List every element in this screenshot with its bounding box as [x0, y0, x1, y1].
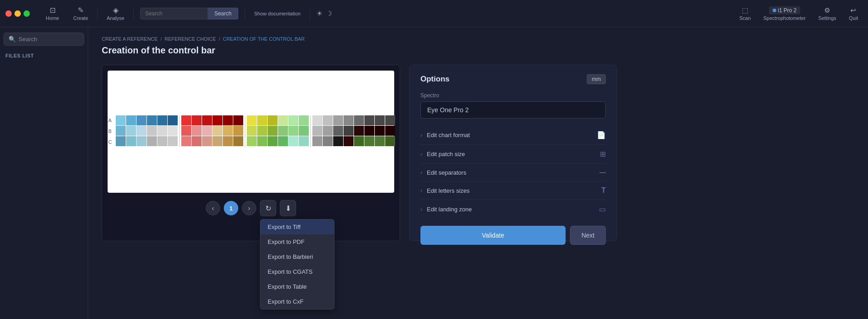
color-cell [278, 126, 288, 136]
color-cell [323, 136, 333, 146]
row-label-b: B [108, 126, 112, 136]
breadcrumb-control-bar[interactable]: CREATION OF THE CONTROL BAR [223, 36, 305, 42]
color-cell [312, 136, 322, 146]
color-cell [233, 136, 243, 146]
color-cell [344, 126, 354, 136]
color-cell [312, 115, 322, 125]
color-cell [202, 136, 212, 146]
nav-home-label: Home [46, 15, 59, 21]
minimize-button[interactable] [14, 10, 21, 17]
prev-icon: ‹ [212, 205, 214, 212]
page-number: 1 [229, 205, 232, 212]
color-cell [192, 126, 202, 136]
main-layout: 🔍 Search FILES LIST CREATE A REFERENCE /… [0, 27, 868, 319]
nav-separator-4 [310, 7, 310, 20]
screen-mode-icon-2[interactable]: ☽ [326, 10, 332, 18]
color-separator-2 [245, 115, 245, 147]
prev-page-button[interactable]: ‹ [206, 201, 220, 215]
search-input[interactable] [140, 8, 208, 19]
quit-label: Quit [849, 15, 858, 21]
page-number-button[interactable]: 1 [224, 201, 238, 215]
nav-item-create[interactable]: ✎ Create [67, 3, 94, 24]
breadcrumb-create-reference[interactable]: CREATE A REFERENCE [102, 36, 158, 42]
spectro-field-label: Spectro [420, 92, 606, 99]
color-cell [147, 115, 157, 125]
chart-container: A B C [102, 65, 400, 241]
edit-patch-size-left: › Edit patch size [420, 151, 465, 157]
topbar: ⊡ Home ✎ Create ◈ Analyse Search Show do… [0, 0, 868, 27]
color-cell [116, 126, 126, 136]
scan-label: Scan [739, 15, 750, 21]
edit-letters-sizes-row[interactable]: › Edit letters sizes T [420, 181, 606, 200]
edit-separators-row[interactable]: › Edit separators — [420, 164, 606, 181]
color-separator-1 [179, 115, 180, 147]
export-pdf-item[interactable]: Export to PDF [260, 234, 334, 249]
edit-letters-sizes-label: Edit letters sizes [427, 187, 470, 194]
close-button[interactable] [5, 10, 12, 17]
spectro-status-dot [773, 9, 776, 12]
nav-item-analyse[interactable]: ◈ Analyse [100, 3, 131, 24]
maximize-button[interactable] [24, 10, 30, 17]
edit-chart-format-row[interactable]: › Edit chart format 📄 [420, 126, 606, 145]
screen-mode-icon-1[interactable]: ☀ [316, 10, 322, 18]
quit-button[interactable]: ↩ Quit [844, 5, 863, 23]
color-cell [385, 126, 395, 136]
edit-separators-label: Edit separators [427, 169, 466, 176]
color-cell [268, 115, 278, 125]
next-button[interactable]: Next [570, 226, 606, 245]
chart-preview: A B C [108, 71, 394, 193]
color-cell [168, 136, 178, 146]
validate-button[interactable]: Validate [420, 226, 566, 245]
nav-separator-2 [133, 7, 134, 20]
settings-label: Settings [818, 15, 836, 21]
color-cell [192, 115, 202, 125]
color-cell [116, 115, 126, 125]
mm-unit-button[interactable]: mm [587, 74, 606, 84]
export-table-item[interactable]: Export to Table [260, 279, 334, 294]
color-cell [157, 115, 167, 125]
export-cgats-item[interactable]: Export to CGATS [260, 264, 334, 279]
color-cell [202, 126, 212, 136]
export-tiff-item[interactable]: Export to Tiff [260, 219, 334, 234]
breadcrumb-reference-choice[interactable]: REFERENCE CHOICE [165, 36, 216, 42]
color-cell [137, 115, 146, 125]
edit-patch-size-row[interactable]: › Edit patch size ⊞ [420, 145, 606, 164]
color-cell [257, 115, 267, 125]
spectro-badge: i1 Pro 2 [769, 6, 800, 14]
settings-button[interactable]: ⚙ Settings [814, 5, 841, 23]
color-group-2 [181, 115, 243, 146]
export-cxf-item[interactable]: Export to CxF [260, 294, 334, 309]
sidebar-search-box[interactable]: 🔍 Search [4, 33, 84, 46]
export-barbieri-item[interactable]: Export to Barbieri [260, 249, 334, 264]
scan-button[interactable]: ⬚ Scan [735, 5, 755, 23]
show-docs-item[interactable]: Show documentation [248, 9, 307, 18]
search-button[interactable]: Search [208, 8, 238, 19]
spectro-info: i1 Pro 2 Spectrophotometer [759, 5, 811, 23]
edit-patch-size-label: Edit patch size [427, 151, 465, 157]
color-cell [147, 136, 157, 146]
color-cell [247, 115, 257, 125]
rotate-button[interactable]: ↻ [260, 200, 276, 216]
chevron-icon-4: › [420, 187, 422, 194]
breadcrumb: CREATE A REFERENCE / REFERENCE CHOICE / … [102, 36, 854, 42]
topbar-right: ⬚ Scan i1 Pro 2 Spectrophotometer ⚙ Sett… [735, 5, 863, 23]
rotate-icon: ↻ [265, 204, 271, 213]
breadcrumb-sep-1: / [160, 36, 162, 42]
search-bar: Search [140, 8, 238, 19]
separators-icon: — [599, 169, 606, 176]
chevron-icon-3: › [420, 169, 422, 176]
color-cell [385, 136, 395, 146]
spectro-field-value: Eye One Pro 2 [420, 101, 606, 119]
patch-size-icon: ⊞ [600, 150, 606, 158]
color-cell [375, 115, 385, 125]
color-cell [364, 136, 374, 146]
nav-analyse-label: Analyse [107, 15, 124, 21]
color-cell [168, 115, 178, 125]
color-cell [181, 126, 191, 136]
options-header: Options mm [420, 74, 606, 84]
next-page-button[interactable]: › [242, 201, 256, 215]
export-button[interactable]: ⬇ [280, 200, 296, 216]
edit-landing-zone-row[interactable]: › Edit landing zone ▭ [420, 200, 606, 219]
nav-item-home[interactable]: ⊡ Home [39, 3, 66, 24]
scan-icon: ⬚ [742, 6, 748, 14]
